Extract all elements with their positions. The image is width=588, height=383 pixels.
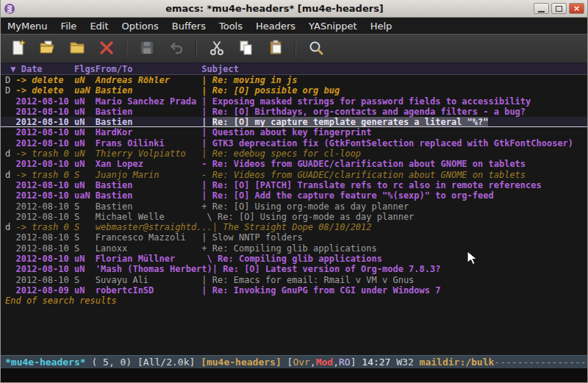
column-header-subject[interactable]: Subject: [201, 64, 239, 74]
end-of-search-results: End of search results: [1, 296, 587, 306]
from: Andreas Röhler: [96, 75, 202, 85]
message-row[interactable]: d -> trash 0 S webmaster@straightd...| T…: [1, 222, 587, 232]
thread-separator: |: [201, 275, 212, 285]
message-row[interactable]: 2012-08-10 uN 'Mash (Thomas Herbert)| Re…: [1, 264, 587, 274]
message-row[interactable]: D -> delete uN Andreas Röhler | Re: movi…: [1, 75, 587, 85]
menu-options[interactable]: Options: [115, 18, 165, 34]
modeline-ro: RO: [339, 357, 351, 368]
echo-area[interactable]: [1, 368, 587, 382]
message-row[interactable]: 2012-08-10 uN Xan Lopez - Re: Videos fro…: [1, 159, 587, 169]
message-row[interactable]: 2012-08-10 uN Bastien | Re: [O] my captu…: [1, 117, 587, 127]
subject: Re: [O] Using org-mode as day planner: [218, 212, 414, 222]
mark: [5, 180, 15, 190]
subject: Re: Compiling glib applications: [212, 243, 377, 254]
open-file-icon: [39, 39, 57, 59]
toolbar: [1, 34, 587, 63]
mode-line[interactable]: *mu4e-headers* ( 5, 0) [All/2.0k] [mu4e-…: [1, 355, 587, 368]
message-row[interactable]: 2012-08-10 uN Bastien | Re: [O] [PATCH] …: [1, 180, 587, 190]
message-row[interactable]: 2012-08-10 uN Frans Oilinki | GTK3 depre…: [1, 138, 587, 148]
message-row[interactable]: 2012-08-10 uN HardKor | Question about k…: [1, 127, 587, 137]
menu-tools[interactable]: Tools: [212, 18, 249, 34]
message-row[interactable]: D -> delete uaN Bastien | Re: [O] possib…: [1, 85, 587, 96]
message-row[interactable]: d -> trash 0 S Juanjo Marin - Re: Videos…: [1, 170, 587, 180]
modeline-plain: [All/2.0k]: [137, 357, 195, 368]
from: Xan Lopez: [96, 159, 202, 169]
new-file-button[interactable]: [8, 38, 28, 59]
menu-yasnippet[interactable]: YASnippet: [302, 18, 364, 34]
message-row[interactable]: 2012-08-10 uN Mario Sanchez Prada | Expo…: [1, 96, 587, 107]
from: Juanjo Marin: [96, 170, 202, 180]
search-icon: [307, 39, 325, 59]
maximize-button[interactable]: [551, 3, 567, 14]
titlebar[interactable]: emacs: *mu4e-headers* [mu4e-headers] ×: [1, 0, 587, 18]
subject: The Straight Dope 08/10/2012: [223, 222, 371, 232]
message-row[interactable]: 2012-08-10 uN Bastien | Re: [O] Birthday…: [1, 107, 587, 117]
menu-edit[interactable]: Edit: [83, 18, 115, 34]
column-header-flgs[interactable]: Flgs: [74, 64, 96, 74]
kill-buffer-button[interactable]: [96, 38, 116, 59]
toolbar-separator: [126, 40, 127, 57]
thread-separator: |: [201, 117, 212, 127]
thread-separator: |: [201, 107, 212, 117]
subject: Re: [O] possible org bug: [212, 85, 340, 96]
undo-button[interactable]: [166, 38, 186, 59]
date: 2012-08-10: [15, 232, 74, 243]
subject: Re: [O] [PATCH] Translate refs to rc als…: [212, 180, 542, 190]
paste-button[interactable]: [265, 38, 285, 59]
subject: Re: Compiling glib applications: [218, 254, 382, 264]
message-row[interactable]: 2012-08-10 uaN Bastien | Re: [O] Add the…: [1, 190, 587, 201]
window-controls: ×: [534, 3, 584, 14]
menu-headers[interactable]: Headers: [249, 18, 302, 34]
message-row[interactable]: 2012-08-10 uN Florian Müllner \ Re: Comp…: [1, 254, 587, 264]
open-file-button[interactable]: [37, 38, 57, 59]
flags: uaN: [74, 85, 96, 96]
subject: Slow NNTP folders: [212, 232, 303, 243]
modeline-plain: ]: [351, 357, 362, 368]
mark: [5, 96, 15, 107]
date: 2012-08-10: [15, 96, 74, 107]
from: Michael Welle: [96, 212, 202, 222]
save-icon: [138, 39, 156, 59]
message-row[interactable]: 2012-08-10 S Bastien + Re: [O] Using org…: [1, 201, 587, 212]
mark: [5, 254, 15, 264]
toolbar-separator: [295, 40, 296, 57]
message-row[interactable]: 2012-08-10 S Francesco Mazzoli | Slow NN…: [1, 232, 587, 243]
flags: uN: [74, 180, 96, 190]
thread-separator: -: [201, 159, 212, 169]
mark: d: [5, 222, 15, 232]
column-header-from-to[interactable]: From/To: [96, 64, 202, 74]
thread-separator: |: [201, 285, 212, 296]
modeline-ovr: Ovr: [293, 357, 309, 368]
menu-buffers[interactable]: Buffers: [165, 18, 212, 34]
search-button[interactable]: [306, 38, 326, 59]
mu4e-headers-buffer[interactable]: ▼ Date FlgsFrom/To Subject D -> delete u…: [1, 63, 587, 355]
copy-button[interactable]: [236, 38, 256, 59]
message-row[interactable]: 2012-08-10 S Michael Welle \ Re: [O] Usi…: [1, 212, 587, 222]
window-title: emacs: *mu4e-headers* [mu4e-headers]: [18, 3, 531, 14]
column-header-date[interactable]: Date: [21, 64, 74, 74]
cut-button[interactable]: [207, 38, 226, 59]
menu-mymenu[interactable]: MyMenu: [1, 18, 54, 34]
message-row[interactable]: 2012-08-09 uN robertcInSD | Re: Invoking…: [1, 285, 587, 296]
subject: Question about key fingerprint: [212, 127, 372, 137]
mark: [5, 285, 15, 296]
message-row[interactable]: 2012-08-10 S Lanoxx + Re: Compiling glib…: [1, 243, 587, 254]
from: Bastien: [96, 117, 202, 127]
subject: Re: Invoking GnuPG from CGI under Window…: [212, 285, 441, 296]
mark: [5, 117, 15, 127]
close-button[interactable]: ×: [569, 3, 584, 14]
flags: uN: [74, 159, 96, 169]
message-row[interactable]: 2012-08-10 S Suvayu Ali | Re: Emacs for …: [1, 275, 587, 285]
cut-icon: [208, 39, 226, 59]
mark: [5, 107, 15, 117]
thread-separator: +: [201, 201, 212, 212]
menu-file[interactable]: File: [54, 18, 84, 34]
mark: [5, 212, 15, 222]
minimize-button[interactable]: [534, 3, 549, 14]
save-button[interactable]: [137, 38, 157, 59]
menu-help[interactable]: Help: [364, 18, 399, 34]
modeline-filler: ----------------------: [494, 357, 587, 368]
from: Lanoxx: [96, 243, 202, 254]
dired-button[interactable]: [67, 38, 87, 59]
message-row[interactable]: d -> trash 0 uN Thierry Volpiatto | Re: …: [1, 148, 587, 159]
